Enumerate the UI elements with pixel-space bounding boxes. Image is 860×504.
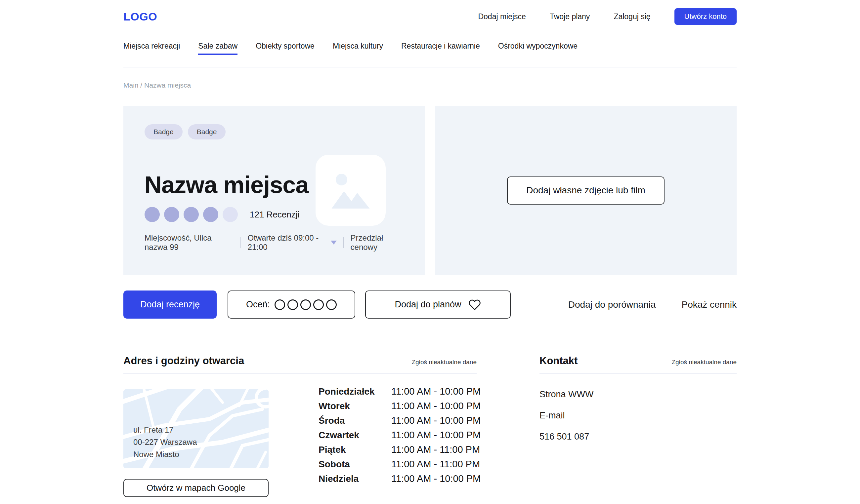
meta-separator bbox=[343, 237, 344, 248]
nav-login[interactable]: Zaloguj się bbox=[614, 12, 650, 21]
tab-sale-zabaw[interactable]: Sale zabaw bbox=[198, 42, 238, 55]
show-pricing-link[interactable]: Pokaż cennik bbox=[682, 299, 736, 310]
address-line-city: 00-227 Warszawa bbox=[133, 436, 197, 448]
quick-rate-box: Oceń: bbox=[228, 291, 355, 318]
time-value: 11:00 AM - 11:00 PM bbox=[391, 444, 480, 455]
add-to-plans-label: Dodaj do planów bbox=[395, 299, 461, 310]
rate-circles bbox=[274, 299, 337, 310]
hero: Badge Badge Nazwa miejsca 121 Recenzji M… bbox=[124, 106, 736, 275]
address-block: ul. Freta 17 00-227 Warszawa Nowe Miasto bbox=[133, 424, 197, 460]
time-value: 11:00 AM - 10:00 PM bbox=[391, 386, 481, 397]
time-value: 11:00 AM - 10:00 PM bbox=[391, 473, 481, 484]
rate-circle[interactable] bbox=[300, 299, 311, 310]
logo[interactable]: LOGO bbox=[124, 10, 157, 23]
day-label: Środa bbox=[318, 415, 391, 426]
rating-dot bbox=[184, 207, 199, 222]
badge: Badge bbox=[145, 124, 183, 139]
info-sections: Adres i godziny otwarcia Zgłoś nieaktual… bbox=[124, 355, 736, 497]
chevron-down-icon[interactable] bbox=[331, 241, 337, 244]
rating-dot bbox=[203, 207, 218, 222]
hero-media-panel: Dodaj własne zdjęcie lub film bbox=[435, 106, 736, 275]
day-label: Wtorek bbox=[318, 401, 391, 412]
photo-placeholder bbox=[316, 155, 386, 226]
hours-row: Poniedziałek 11:00 AM - 10:00 PM bbox=[318, 386, 481, 401]
section-divider bbox=[124, 373, 477, 374]
badge: Badge bbox=[188, 124, 226, 139]
phone-number[interactable]: 516 501 087 bbox=[540, 432, 736, 442]
tabs-divider bbox=[124, 67, 736, 68]
rating-dot bbox=[223, 207, 238, 222]
tab-miejsca-kultury[interactable]: Miejsca kultury bbox=[333, 42, 383, 55]
day-label: Sobota bbox=[318, 459, 391, 470]
breadcrumb[interactable]: Main / Nazwa miejsca bbox=[124, 81, 736, 89]
place-meta: Miejscowość, Ulica nazwa 99 Otwarte dziś… bbox=[145, 233, 404, 252]
hours-row: Niedziela 11:00 AM - 10:00 PM bbox=[318, 473, 481, 488]
day-label: Czwartek bbox=[318, 430, 391, 441]
report-outdated-link[interactable]: Zgłoś nieaktualne dane bbox=[672, 359, 736, 366]
website-link[interactable]: Strona WWW bbox=[540, 389, 736, 400]
hours-row: Piątek 11:00 AM - 11:00 PM bbox=[318, 444, 481, 459]
add-to-plans-button[interactable]: Dodaj do planów bbox=[365, 291, 511, 318]
opening-hours-table: Poniedziałek 11:00 AM - 10:00 PM Wtorek … bbox=[318, 386, 481, 497]
contact-section: Kontakt Zgłoś nieaktualne dane Strona WW… bbox=[540, 355, 736, 497]
place-address: Miejscowość, Ulica nazwa 99 bbox=[145, 233, 234, 252]
hours-row: Wtorek 11:00 AM - 10:00 PM bbox=[318, 401, 481, 415]
rate-circle[interactable] bbox=[313, 299, 324, 310]
header-nav: Dodaj miejsce Twoje plany Zaloguj się Ut… bbox=[478, 8, 736, 25]
rating-dot bbox=[164, 207, 179, 222]
rate-circle[interactable] bbox=[326, 299, 337, 310]
tab-osrodki-wypoczynkowe[interactable]: Ośrodki wypoczynkowe bbox=[498, 42, 577, 55]
time-value: 11:00 AM - 10:00 PM bbox=[391, 415, 481, 426]
image-icon bbox=[326, 166, 375, 215]
hours-row: Czwartek 11:00 AM - 10:00 PM bbox=[318, 430, 481, 444]
day-label: Piątek bbox=[318, 445, 391, 455]
tab-restauracje-i-kawiarnie[interactable]: Restauracje i kawiarnie bbox=[401, 42, 480, 55]
open-hours-today: Otwarte dziś 09:00 - 21:00 bbox=[248, 233, 327, 252]
map-preview[interactable]: ul. Freta 17 00-227 Warszawa Nowe Miasto bbox=[124, 389, 269, 468]
day-label: Poniedziałek bbox=[318, 386, 391, 397]
report-outdated-link[interactable]: Zgłoś nieaktualne dane bbox=[412, 359, 477, 366]
nav-your-plans[interactable]: Twoje plany bbox=[550, 12, 590, 21]
rating-dots bbox=[145, 207, 238, 222]
rate-label: Oceń: bbox=[246, 299, 270, 310]
address-line-district: Nowe Miasto bbox=[133, 448, 197, 460]
email-link[interactable]: E-mail bbox=[540, 411, 736, 421]
time-value: 11:00 AM - 10:00 PM bbox=[391, 401, 481, 412]
contact-section-title: Kontakt bbox=[540, 355, 577, 367]
time-value: 11:00 AM - 11:00 PM bbox=[391, 459, 480, 470]
secondary-actions: Dodaj do porównania Pokaż cennik bbox=[568, 299, 736, 310]
add-to-comparison-link[interactable]: Dodaj do porównania bbox=[568, 299, 656, 310]
address-section-title: Adres i godziny otwarcia bbox=[124, 355, 244, 367]
tab-obiekty-sportowe[interactable]: Obiekty sportowe bbox=[256, 42, 315, 55]
tab-miejsca-rekreacji[interactable]: Miejsca rekreacji bbox=[124, 42, 180, 55]
time-value: 11:00 AM - 10:00 PM bbox=[391, 430, 481, 441]
add-review-button[interactable]: Dodaj recenzję bbox=[124, 291, 217, 318]
header: LOGO Dodaj miejsce Twoje plany Zaloguj s… bbox=[124, 0, 736, 26]
nav-add-place[interactable]: Dodaj miejsce bbox=[478, 12, 526, 21]
create-account-button[interactable]: Utwórz konto bbox=[674, 8, 736, 25]
open-google-maps-button[interactable]: Otwórz w mapach Google bbox=[124, 479, 269, 497]
hours-row: Środa 11:00 AM - 10:00 PM bbox=[318, 415, 481, 430]
action-bar: Dodaj recenzję Oceń: Dodaj do planów Dod… bbox=[124, 291, 736, 318]
address-hours-section: Adres i godziny otwarcia Zgłoś nieaktual… bbox=[124, 355, 477, 497]
day-label: Niedziela bbox=[318, 474, 391, 484]
price-range[interactable]: Przedział cenowy bbox=[350, 233, 404, 252]
badge-list: Badge Badge bbox=[145, 124, 404, 139]
hero-info-panel: Badge Badge Nazwa miejsca 121 Recenzji M… bbox=[124, 106, 425, 275]
address-line-street: ul. Freta 17 bbox=[133, 424, 197, 436]
section-divider bbox=[540, 373, 736, 374]
category-tabs: Miejsca rekreacji Sale zabaw Obiekty spo… bbox=[124, 42, 736, 55]
heart-icon bbox=[468, 298, 481, 311]
meta-separator bbox=[241, 237, 241, 248]
reviews-count[interactable]: 121 Recenzji bbox=[250, 209, 299, 220]
rate-circle[interactable] bbox=[287, 299, 298, 310]
rate-circle[interactable] bbox=[274, 299, 285, 310]
hours-row: Sobota 11:00 AM - 11:00 PM bbox=[318, 459, 481, 473]
rating-dot bbox=[145, 207, 160, 222]
upload-media-button[interactable]: Dodaj własne zdjęcie lub film bbox=[507, 177, 664, 205]
